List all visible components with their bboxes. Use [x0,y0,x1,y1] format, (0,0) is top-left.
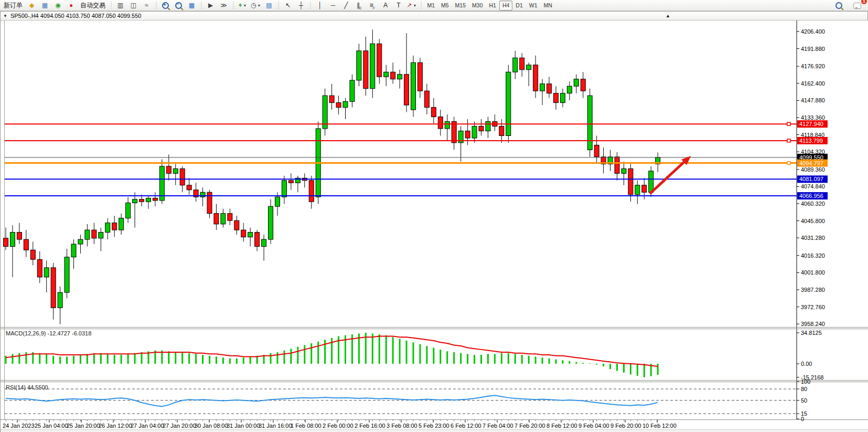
zoom-in-icon[interactable] [159,0,172,10]
candlestick-chart-icon[interactable]: ◫ [127,0,140,10]
text-label-icon[interactable]: T [392,0,405,10]
price-tag-4094.797: 4094.797 [797,160,828,167]
search-icon[interactable] [832,1,845,11]
toolbar-grip [110,2,112,9]
new-order-button[interactable]: 新订单 [1,0,25,10]
horizontal-line-icon-glyph: ─ [331,2,336,8]
toolbar-right-icons: 1 [832,0,864,11]
collapse-chart-icon[interactable]: ▼ [3,14,7,18]
status-strip [1,429,868,432]
text-label-icon-glyph: T [397,2,400,8]
svg-text:4001.800: 4001.800 [801,269,825,276]
auto-scroll-icon-glyph: ▶ [208,2,213,8]
metaeditor-icon[interactable]: ▦ [38,0,51,10]
svg-text:4045.800: 4045.800 [801,218,825,224]
timeframe-h1-button[interactable]: H1 [486,1,499,10]
price-tag-4081.097: 4081.097 [797,175,828,183]
notification-badge: 1 [861,0,867,4]
svg-text:4081.097: 4081.097 [799,176,823,182]
price-tag-4127.940: 4127.940 [797,120,828,128]
toolbar-grip [309,2,312,9]
chart-canvas[interactable]: 4206.4004191.8804176.9204162.4004147.880… [1,20,868,432]
auto-scroll-icon[interactable]: ▶ [204,0,217,10]
svg-text:4066.956: 4066.956 [799,193,823,199]
vertical-line-icon-glyph: │ [318,2,322,8]
autotrade-icon[interactable]: ● [65,0,78,10]
svg-text:4176.920: 4176.920 [801,63,825,69]
macd-label: MACD(12,26,9) -12.4727 -6.0318 [6,330,91,336]
svg-text:50: 50 [801,397,807,404]
svg-text:10 Feb 12:00: 10 Feb 12:00 [642,423,677,429]
svg-text:3987.280: 3987.280 [801,287,825,293]
svg-text:25 Jan 04:00: 25 Jan 04:00 [35,423,68,429]
timeframe-m5-button[interactable]: M5 [438,1,452,10]
fibonacci-icon[interactable]: ≡F [366,0,379,10]
trendline-icon[interactable]: ╱ [339,0,352,10]
autotrade-button[interactable]: 自动交易 [78,0,108,10]
svg-text:31 Jan 16:00: 31 Jan 16:00 [259,423,292,429]
signals-icon[interactable]: ◉ [51,0,65,10]
timeframe-d1-button[interactable]: D1 [512,1,526,10]
svg-text:7 Feb 04:00: 7 Feb 04:00 [483,423,513,429]
price-tag-4113.799: 4113.799 [797,137,828,144]
timeframe-h4-button[interactable]: H4 [499,1,512,10]
crosshair-icon-glyph: ┼ [299,2,304,8]
svg-text:4127.940: 4127.940 [799,121,823,127]
cursor-icon-glyph: ↖ [285,2,291,8]
timeframe-m30-button[interactable]: M30 [469,1,486,10]
svg-text:80: 80 [801,386,807,392]
svg-text:7 Feb 20:00: 7 Feb 20:00 [515,423,545,429]
svg-text:4113.799: 4113.799 [799,138,823,144]
arrows-icon[interactable]: ↗▼ [405,0,418,10]
chart-shift-icon[interactable]: ≫ [217,0,230,10]
svg-text:4060.320: 4060.320 [801,201,825,207]
svg-text:4133.360: 4133.360 [801,114,825,121]
timeframe-m15-button[interactable]: M15 [452,1,469,10]
vertical-line-icon[interactable]: │ [313,0,326,10]
timeframe-mn-button[interactable]: MN [541,1,555,10]
bar-chart-icon[interactable]: ▥ [114,0,127,10]
trendline-icon-glyph: ╱ [344,2,348,8]
line-chart-icon[interactable]: ≈ [140,0,153,10]
chart-title: SP500-,H4 4094.050 4103.750 4087.050 409… [10,13,142,19]
timeframe-m1-button[interactable]: M1 [424,1,438,10]
zoom-out-icon[interactable] [172,0,185,10]
signals-icon-glyph: ◉ [55,2,60,8]
period-icon-dropdown-caret[interactable]: ▼ [257,4,261,7]
svg-text:8 Feb 12:00: 8 Feb 12:00 [546,423,577,429]
new-chart-icon-dropdown-caret[interactable]: ▼ [243,4,247,7]
chat-bubble-glyph [853,3,861,9]
cursor-icon[interactable]: ↖ [281,0,294,10]
svg-text:4206.400: 4206.400 [801,28,825,35]
svg-text:31 Jan 00:00: 31 Jan 00:00 [227,423,260,429]
indicators-icon[interactable]: ▤ [262,0,275,10]
equidistant-channel-icon[interactable]: ∥E [352,0,366,10]
svg-text:4016.320: 4016.320 [801,252,825,259]
arrows-icon-glyph: ↗ [406,2,412,8]
horizontal-line-icon[interactable]: ─ [326,0,339,10]
arrows-icon-dropdown-caret[interactable]: ▼ [413,4,416,7]
svg-text:4089.360: 4089.360 [801,166,825,173]
svg-text:9 Feb 04:00: 9 Feb 04:00 [578,423,609,429]
chat-icon[interactable]: 1 [851,1,864,11]
svg-text:2 Feb 16:00: 2 Feb 16:00 [355,423,385,429]
toolbar-expand-icon[interactable]: ▲ [666,13,670,18]
crosshair-icon[interactable]: ┼ [294,0,307,10]
svg-text:24 Jan 2023: 24 Jan 2023 [3,423,35,429]
svg-text:1 Feb 08:00: 1 Feb 08:00 [291,423,322,429]
toolbar-grip [420,2,422,9]
svg-text:6 Feb 12:00: 6 Feb 12:00 [451,423,481,429]
fibonacci-icon-letter: F [373,6,375,10]
svg-text:4094.797: 4094.797 [799,160,823,166]
timeframe-w1-button[interactable]: W1 [526,1,541,10]
new-order-coin-icon[interactable]: ◆ [25,0,38,10]
svg-text:4191.880: 4191.880 [801,46,825,52]
period-icon[interactable]: ◷▼ [249,0,262,10]
svg-text:3972.760: 3972.760 [801,304,825,310]
rsi-label: RSI(14) 44.5500 [6,384,48,391]
new-chart-icon[interactable]: +▼ [236,0,249,10]
svg-text:25 Jan 20:00: 25 Jan 20:00 [67,423,100,429]
toolbar-grip [277,2,280,9]
tile-windows-icon[interactable]: ▦ [185,0,198,10]
text-icon[interactable]: A [379,0,392,10]
